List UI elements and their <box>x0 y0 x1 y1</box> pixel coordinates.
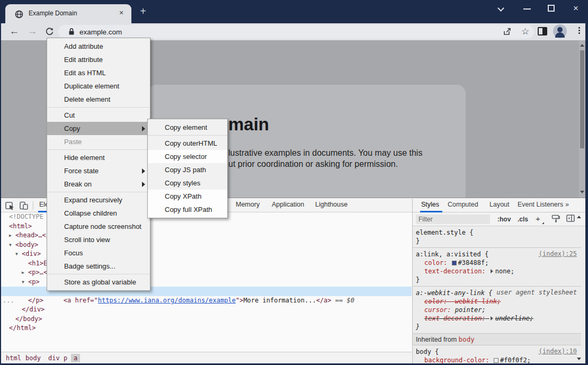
page-scrollbar[interactable] <box>579 40 585 198</box>
styles-filter-input[interactable] <box>416 215 490 224</box>
scrollbar-thumb[interactable] <box>580 50 584 148</box>
toggle-element-state-button[interactable]: :hov <box>497 216 511 223</box>
tab-layout[interactable]: Layout <box>489 201 510 208</box>
rule-webkit-any-link[interactable]: user agent stylesheet a:-webkit-any-link… <box>413 287 581 334</box>
menu-item-copy-styles[interactable]: Copy styles <box>148 176 227 190</box>
styles-scroll-down-icon[interactable] <box>577 358 581 360</box>
tab-memory[interactable]: Memory <box>236 201 260 208</box>
reload-button[interactable] <box>42 24 56 38</box>
address-bar[interactable]: example.com ☆ <box>58 25 534 39</box>
css-property[interactable]: text-decoration: none; <box>416 267 581 275</box>
tab-application[interactable]: Application <box>272 201 304 208</box>
tree-row-p-close[interactable]: </p> <box>1 296 412 306</box>
menu-item-copy[interactable]: Copy <box>47 122 150 135</box>
menu-item-cut[interactable]: Cut <box>47 109 150 122</box>
tab-styles[interactable]: Styles <box>421 201 439 208</box>
menu-item-edit-as-html[interactable]: Edit as HTML <box>47 66 150 79</box>
crumb-div[interactable]: div <box>46 354 63 362</box>
browser-menu-icon[interactable] <box>574 26 584 38</box>
css-property[interactable]: color: #38488f; <box>416 259 581 267</box>
window-close-button[interactable]: × <box>568 3 584 15</box>
menu-item-scroll-into-view[interactable]: Scroll into view <box>47 233 150 246</box>
collapse-arrow-icon[interactable]: ▼ <box>15 250 18 259</box>
color-swatch[interactable] <box>452 261 457 265</box>
styles-filter-row: :hov .cls + <box>413 213 585 226</box>
device-toolbar-icon[interactable] <box>19 201 29 212</box>
menu-item-copy-element[interactable]: Copy element <box>148 121 227 134</box>
menu-item-copy-js-path[interactable]: Copy JS path <box>148 163 227 176</box>
menu-item-copy-outerhtml[interactable]: Copy outerHTML <box>148 137 227 150</box>
tab-close-button[interactable]: × <box>117 8 126 18</box>
browser-tab[interactable]: Example Domain × <box>5 4 131 23</box>
add-class-button[interactable]: .cls <box>518 216 528 223</box>
tree-row-body-close[interactable]: </body> <box>1 315 412 324</box>
menu-item-duplicate-element[interactable]: Duplicate element <box>47 79 150 93</box>
stylesheet-source-link[interactable]: (index):25 <box>539 250 577 257</box>
css-property-overridden[interactable]: text-decoration: underline; <box>416 314 581 323</box>
expand-property-icon[interactable] <box>491 316 493 321</box>
collapse-arrow-icon[interactable]: ▼ <box>9 241 12 250</box>
tab-computed[interactable]: Computed <box>448 201 478 208</box>
bookmark-star-icon[interactable]: ☆ <box>521 27 529 37</box>
window-border <box>585 0 588 365</box>
scroll-up-icon[interactable] <box>580 44 584 47</box>
menu-item-collapse-children[interactable]: Collapse children <box>47 207 150 220</box>
maximize-button[interactable] <box>544 3 559 15</box>
rule-a-link-visited[interactable]: (index):25 a:link, a:visited { color: #3… <box>413 248 581 287</box>
expand-arrow-icon[interactable]: ▶ <box>22 268 24 278</box>
menu-item-copy-full-xpath[interactable]: Copy full XPath <box>148 203 227 216</box>
menu-item-delete-element[interactable]: Delete element <box>47 93 150 106</box>
inherited-target-link[interactable]: body <box>459 335 475 343</box>
css-property[interactable]: cursor: pointer; <box>416 306 581 314</box>
new-style-rule-button[interactable]: + <box>536 214 540 223</box>
paint-roller-icon[interactable] <box>551 215 560 224</box>
menu-item-expand-recursively[interactable]: Expand recursively <box>47 193 150 207</box>
menu-item-focus[interactable]: Focus <box>47 246 150 260</box>
crumb-html[interactable]: html <box>3 354 24 362</box>
menu-item-badge-settings[interactable]: Badge settings... <box>47 260 150 273</box>
menu-item-copy-selector[interactable]: Copy selector <box>148 150 227 163</box>
inspect-element-icon[interactable] <box>5 201 15 210</box>
new-tab-button[interactable]: + <box>137 5 149 18</box>
crumb-body[interactable]: body <box>23 354 43 362</box>
menu-item-copy-xpath[interactable]: Copy XPath <box>148 190 227 203</box>
share-icon[interactable] <box>502 27 512 39</box>
styles-scroll-up-icon[interactable] <box>577 216 581 218</box>
rule-body[interactable]: (index):10 body { background-color: #f0f… <box>413 345 581 364</box>
tab-search-button[interactable] <box>494 3 510 15</box>
scroll-down-icon[interactable] <box>580 191 584 193</box>
back-button[interactable]: ← <box>7 24 21 38</box>
tab-event-listeners[interactable]: Event Listeners <box>518 201 563 208</box>
rule-element-style[interactable]: element.style { } <box>413 226 581 248</box>
profile-avatar[interactable] <box>553 24 567 38</box>
crumb-p[interactable]: p <box>61 354 70 362</box>
crumb-a[interactable]: a <box>71 354 80 362</box>
menu-separator <box>47 107 150 108</box>
css-property[interactable]: background-color: #f0f0f2; <box>416 356 581 364</box>
collapse-arrow-icon[interactable]: ▼ <box>22 278 24 287</box>
menu-item-break-on[interactable]: Break on <box>47 177 150 191</box>
sidebar-toggle-icon[interactable] <box>566 215 575 224</box>
menu-item-force-state[interactable]: Force state <box>47 164 150 177</box>
menu-item-edit-attribute[interactable]: Edit attribute <box>47 53 150 66</box>
minimize-button[interactable] <box>519 3 535 15</box>
stylesheet-source-link[interactable]: (index):10 <box>539 348 577 355</box>
tree-row-html-close[interactable]: </html> <box>1 324 412 333</box>
lock-icon[interactable] <box>68 28 75 38</box>
tree-row-div-close[interactable]: </div> <box>1 305 412 315</box>
menu-item-capture-node-screenshot[interactable]: Capture node screenshot <box>47 220 150 233</box>
css-property-overridden[interactable]: color: -webkit-link; <box>416 297 581 306</box>
menu-item-hide-element[interactable]: Hide element <box>47 151 150 164</box>
forward-button[interactable]: → <box>25 24 39 38</box>
expand-property-icon[interactable] <box>491 269 493 273</box>
menu-separator <box>47 192 150 192</box>
menu-item-store-as-global-variable[interactable]: Store as global variable <box>47 275 150 289</box>
tab-lighthouse[interactable]: Lighthouse <box>315 201 348 208</box>
url-text[interactable]: example.com <box>79 28 122 36</box>
expand-arrow-icon[interactable]: ▶ <box>9 231 12 241</box>
menu-item-paste[interactable]: Paste <box>47 135 150 148</box>
side-panel-icon[interactable] <box>538 27 547 35</box>
more-tabs-chevron[interactable]: » <box>565 201 569 208</box>
color-swatch[interactable] <box>494 358 498 363</box>
menu-item-add-attribute[interactable]: Add attribute <box>47 40 150 53</box>
